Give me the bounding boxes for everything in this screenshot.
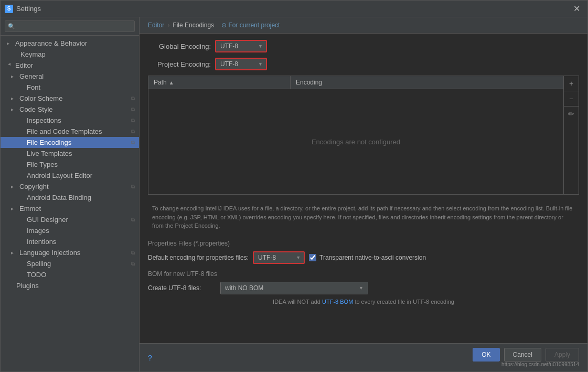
sidebar-item-label-android-layout-editor: Android Layout Editor [27, 172, 92, 179]
sidebar-item-label-file-and-code-templates: File and Code Templates [27, 127, 102, 135]
for-current-project-link[interactable]: ⊙ For current project [221, 22, 280, 29]
path-label: Path [154, 79, 167, 86]
sidebar-item-language-injections[interactable]: ▸Language Injections⧉ [1, 247, 139, 258]
sidebar-item-color-scheme[interactable]: ▸Color Scheme⧉ [1, 93, 139, 104]
sidebar-item-file-types[interactable]: File Types [1, 159, 139, 170]
copy-icon: ⧉ [131, 129, 135, 135]
cancel-button[interactable]: Cancel [504, 348, 541, 362]
properties-section-title: Properties Files (*.properties) [148, 240, 579, 247]
global-encoding-select[interactable]: UTF-8 UTF-16 ISO-8859-1 [216, 41, 266, 51]
footer-buttons: OK Cancel Apply [473, 348, 579, 362]
ok-button[interactable]: OK [473, 348, 499, 362]
encoding-column-header[interactable]: Encoding [291, 76, 563, 89]
sidebar-item-appearance[interactable]: ▸Appearance & Behavior [1, 38, 139, 49]
title-bar-left: S Settings [5, 5, 41, 13]
close-button[interactable]: ✕ [570, 3, 583, 15]
encoding-label: Encoding [296, 79, 322, 86]
copy-icon: ⧉ [131, 140, 135, 146]
default-encoding-for-properties-label: Default encoding for properties files: [148, 254, 249, 261]
sidebar: 🔍 ▸Appearance & BehaviorKeymap▾Editor▸Ge… [1, 17, 140, 371]
sidebar-item-spelling[interactable]: Spelling⧉ [1, 258, 139, 269]
sidebar-item-label-appearance: Appearance & Behavior [15, 39, 87, 47]
breadcrumb: Editor › File Encodings ⊙ For current pr… [140, 17, 587, 34]
project-encoding-select[interactable]: UTF-8 UTF-16 ISO-8859-1 [216, 59, 266, 69]
create-utf8-label: Create UTF-8 files: [148, 284, 216, 292]
sidebar-item-android-data-binding[interactable]: Android Data Binding [1, 192, 139, 203]
arrow-icon: ▸ [11, 206, 16, 211]
sidebar-item-images[interactable]: Images [1, 225, 139, 236]
copy-icon: ⧉ [131, 184, 135, 190]
edit-encoding-button[interactable]: ✏ [564, 107, 579, 121]
arrow-icon: ▸ [11, 250, 16, 256]
footer-right-area: OK Cancel Apply https://blog.csdn.net/u0… [473, 348, 579, 367]
sidebar-item-general[interactable]: ▸General [1, 71, 139, 82]
sidebar-item-emmet[interactable]: ▸Emmet [1, 203, 139, 214]
breadcrumb-current: File Encodings [173, 22, 214, 29]
arrow-icon: ▸ [11, 95, 16, 101]
bom-info-text: IDEA will NOT add UTF-8 BOM to every cre… [148, 299, 579, 305]
sidebar-item-label-images: Images [27, 227, 49, 235]
sidebar-item-label-general: General [19, 72, 44, 80]
sidebar-item-label-live-templates: Live Templates [27, 150, 72, 157]
app-icon: S [5, 5, 13, 13]
search-input[interactable] [5, 20, 135, 32]
help-button[interactable]: ? [148, 354, 152, 362]
breadcrumb-separator: › [167, 22, 169, 29]
sidebar-item-font[interactable]: Font [1, 82, 139, 93]
encoding-table-area: Path ▲ Encoding Encodings are not config… [148, 76, 579, 195]
title-bar: S Settings ✕ [1, 1, 587, 17]
sidebar-item-label-language-injections: Language Injections [19, 249, 80, 257]
sidebar-item-keymap[interactable]: Keymap [1, 49, 139, 60]
sidebar-item-live-templates[interactable]: Live Templates [1, 148, 139, 159]
table-body: Encodings are not configured [148, 89, 563, 194]
copy-icon: ⧉ [131, 261, 135, 267]
sidebar-item-label-gui-designer: GUI Designer [27, 216, 68, 224]
bom-select[interactable]: with NO BOM with BOM with BOM if Windows… [221, 282, 368, 294]
create-utf8-row: Create UTF-8 files: with NO BOM with BOM… [148, 282, 579, 294]
properties-encoding-select-wrapper[interactable]: UTF-8 UTF-16 ISO-8859-1 [253, 251, 305, 264]
sidebar-item-label-inspections: Inspections [27, 116, 61, 124]
sidebar-item-inspections[interactable]: Inspections⧉ [1, 115, 139, 126]
sidebar-item-code-style[interactable]: ▸Code Style⧉ [1, 104, 139, 115]
arrow-icon: ▸ [7, 40, 12, 46]
arrow-icon: ▸ [11, 107, 16, 112]
sidebar-item-copyright[interactable]: ▸Copyright⧉ [1, 181, 139, 192]
sidebar-item-gui-designer[interactable]: GUI Designer⧉ [1, 214, 139, 225]
footer: ? OK Cancel Apply https://blog.csdn.net/… [140, 343, 587, 371]
bom-info-part2: to every created file in UTF-8 encoding [355, 299, 454, 305]
sidebar-item-plugins[interactable]: Plugins [1, 280, 139, 291]
remove-encoding-button[interactable]: − [564, 91, 579, 107]
sidebar-item-android-layout-editor[interactable]: Android Layout Editor [1, 170, 139, 181]
sidebar-item-file-and-code-templates[interactable]: File and Code Templates⧉ [1, 126, 139, 137]
path-column-header[interactable]: Path ▲ [148, 76, 291, 89]
project-encoding-select-wrapper[interactable]: UTF-8 UTF-16 ISO-8859-1 [215, 58, 267, 70]
project-encoding-row: Project Encoding: UTF-8 UTF-16 ISO-8859-… [148, 58, 579, 70]
global-encoding-select-wrapper[interactable]: UTF-8 UTF-16 ISO-8859-1 [215, 40, 267, 52]
apply-button[interactable]: Apply [546, 348, 579, 362]
copy-icon: ⧉ [131, 95, 135, 102]
sidebar-item-label-color-scheme: Color Scheme [19, 94, 62, 102]
sidebar-item-file-encodings[interactable]: File Encodings⧉ [1, 137, 139, 148]
arrow-icon: ▸ [11, 184, 16, 189]
search-icon: 🔍 [8, 23, 15, 30]
sidebar-item-editor[interactable]: ▾Editor [1, 60, 139, 71]
transparent-checkbox[interactable] [309, 254, 316, 261]
sort-arrow-icon: ▲ [169, 80, 174, 86]
sidebar-item-label-todo: TODO [27, 271, 46, 279]
sidebar-item-label-android-data-binding: Android Data Binding [27, 194, 91, 201]
bom-select-wrapper[interactable]: with NO BOM with BOM with BOM if Windows… [220, 282, 368, 294]
sidebar-item-label-spelling: Spelling [27, 260, 51, 268]
panel-content: Global Encoding: UTF-8 UTF-16 ISO-8859-1… [140, 34, 587, 343]
settings-window: S Settings ✕ 🔍 ▸Appearance & BehaviorKey… [0, 0, 588, 372]
add-encoding-button[interactable]: + [564, 76, 579, 91]
copy-icon: ⧉ [131, 118, 135, 124]
sidebar-item-intentions[interactable]: Intentions [1, 236, 139, 247]
main-content: 🔍 ▸Appearance & BehaviorKeymap▾Editor▸Ge… [1, 17, 587, 371]
default-encoding-row: Default encoding for properties files: U… [148, 251, 579, 264]
properties-encoding-select[interactable]: UTF-8 UTF-16 ISO-8859-1 [254, 252, 304, 263]
sidebar-item-todo[interactable]: TODO [1, 269, 139, 280]
empty-table-message: Encodings are not configured [312, 138, 400, 146]
sidebar-item-label-file-encodings: File Encodings [27, 139, 71, 146]
bom-section: BOM for new UTF-8 files Create UTF-8 fil… [148, 270, 579, 305]
breadcrumb-parent[interactable]: Editor [148, 22, 164, 29]
